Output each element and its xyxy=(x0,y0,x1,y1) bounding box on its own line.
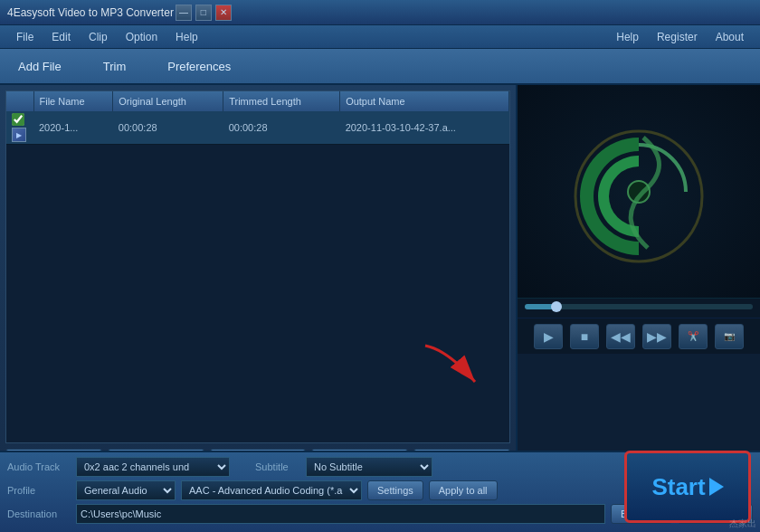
minimize-button[interactable]: — xyxy=(176,5,192,21)
menu-register[interactable]: Register xyxy=(648,29,707,45)
destination-label: Destination xyxy=(7,508,71,519)
file-table: File Name Original Length Trimmed Length… xyxy=(6,91,509,145)
play-button[interactable]: ▶ xyxy=(534,324,563,349)
trim-button[interactable]: Trim xyxy=(96,56,134,77)
subtitle-label: Subtitle xyxy=(255,461,300,472)
menu-option[interactable]: Option xyxy=(117,29,166,45)
watermark: 杰家出 xyxy=(726,516,760,532)
rewind-button[interactable]: ◀◀ xyxy=(606,324,635,349)
close-button[interactable]: ✕ xyxy=(215,5,232,21)
menu-edit[interactable]: Edit xyxy=(43,29,80,45)
row-checkbox-cell[interactable]: ▶ xyxy=(6,111,33,145)
menu-help-right[interactable]: Help xyxy=(607,29,648,45)
menu-file[interactable]: File xyxy=(7,29,43,45)
destination-input[interactable] xyxy=(76,504,605,524)
video-preview xyxy=(518,85,760,298)
add-file-button[interactable]: Add File xyxy=(11,56,69,77)
clip-button[interactable]: ✂️ xyxy=(679,324,708,349)
preferences-button[interactable]: Preferences xyxy=(160,56,238,77)
menu-right: Help Register About xyxy=(607,29,753,45)
menu-help[interactable]: Help xyxy=(166,29,207,45)
menu-bar: File Edit Clip Option Help Help Register… xyxy=(0,25,760,49)
row-checkbox[interactable] xyxy=(12,113,24,126)
screenshot-button[interactable]: 📷 xyxy=(715,324,744,349)
seek-bar[interactable] xyxy=(525,304,753,309)
start-button[interactable]: Start xyxy=(624,451,751,523)
app-title: 4Easysoft Video to MP3 Converter xyxy=(7,6,174,19)
seek-bar-container[interactable] xyxy=(518,298,760,318)
main-content: File Name Original Length Trimmed Length… xyxy=(0,85,760,483)
fast-forward-button[interactable]: ▶▶ xyxy=(642,324,671,349)
start-label: Start xyxy=(651,473,705,501)
seek-handle[interactable] xyxy=(551,301,562,312)
subtitle-select[interactable]: No Subtitle xyxy=(306,457,432,477)
row-trimmed: 00:00:28 xyxy=(223,111,340,145)
audio-track-label: Audio Track xyxy=(7,461,71,472)
apply-to-all-button[interactable]: Apply to all xyxy=(429,480,498,500)
menu-clip[interactable]: Clip xyxy=(80,29,117,45)
player-controls: ▶ ■ ◀◀ ▶▶ ✂️ 📷 xyxy=(518,318,760,354)
row-output: 2020-11-03-10-42-37.a... xyxy=(340,111,509,145)
toolbar: Add File Trim Preferences xyxy=(0,49,760,85)
window-controls: — □ ✕ xyxy=(174,5,232,21)
col-filename: File Name xyxy=(33,91,113,111)
maximize-button[interactable]: □ xyxy=(195,5,212,21)
row-original: 00:00:28 xyxy=(113,111,223,145)
settings-button[interactable]: Settings xyxy=(367,480,423,500)
menu-about[interactable]: About xyxy=(707,29,753,45)
table-row[interactable]: ▶ 2020-1... 00:00:28 00:00:28 2020-11-03… xyxy=(6,111,509,145)
file-panel: File Name Original Length Trimmed Length… xyxy=(0,85,516,483)
col-trimmed: Trimmed Length xyxy=(223,91,340,111)
file-table-container: File Name Original Length Trimmed Length… xyxy=(5,90,510,443)
start-arrow-icon xyxy=(709,478,724,496)
preview-logo xyxy=(557,110,720,273)
audio-track-select[interactable]: 0x2 aac 2 channels und xyxy=(76,457,230,477)
profile-select[interactable]: General Audio xyxy=(76,480,176,500)
title-bar: 4Easysoft Video to MP3 Converter — □ ✕ xyxy=(0,0,760,25)
row-filename: 2020-1... xyxy=(33,111,113,145)
profile-label: Profile xyxy=(7,485,71,496)
file-icon: ▶ xyxy=(12,128,26,142)
col-checkbox xyxy=(6,91,33,111)
preview-panel: ▶ ■ ◀◀ ▶▶ ✂️ 📷 xyxy=(516,85,760,483)
col-output: Output Name xyxy=(340,91,509,111)
col-original: Original Length xyxy=(113,91,223,111)
codec-select[interactable]: AAC - Advanced Audio Coding (*.aac) xyxy=(181,480,362,500)
stop-button[interactable]: ■ xyxy=(570,324,599,349)
